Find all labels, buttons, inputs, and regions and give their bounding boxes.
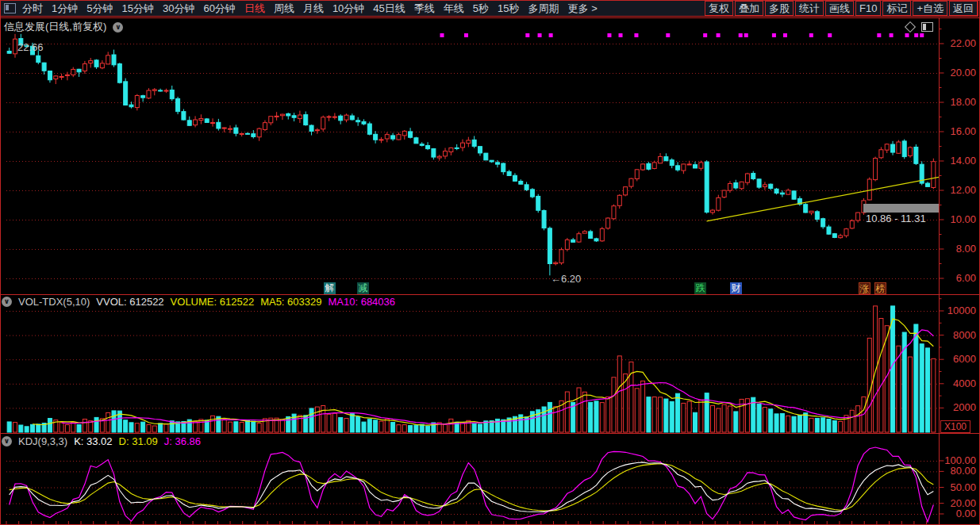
event-badge[interactable]: 涨 <box>859 282 870 294</box>
toolbar-button[interactable]: 返回 <box>949 1 978 16</box>
event-badge[interactable]: 解 <box>324 282 336 294</box>
price-axis-label: 16.00 <box>950 125 976 137</box>
period-menu-item[interactable]: 月线 <box>303 1 324 16</box>
price-axis-label: 20.00 <box>950 67 976 79</box>
period-menu-item[interactable]: 15秒 <box>498 1 519 16</box>
indicator-value: VOL-TDX(5,10) <box>18 296 90 308</box>
volume-axis-label: 6000 <box>953 353 976 365</box>
toolbar-button[interactable]: 复权 <box>705 1 733 16</box>
indicator-value: KDJ(9,3,3) <box>18 435 67 447</box>
chevron-down-icon[interactable]: ∨ <box>2 297 12 307</box>
period-menu-item[interactable]: 1分钟 <box>52 1 78 16</box>
event-badge[interactable]: 财 <box>730 282 742 294</box>
diamond-icon[interactable] <box>905 21 916 33</box>
chart-title: 信息发展(日线,前复权) <box>4 20 106 34</box>
period-menu-item[interactable]: 5秒 <box>473 1 489 16</box>
indicator-value: VOLUME: 612522 <box>171 296 255 308</box>
indicator-value: MA10: 684036 <box>328 296 395 308</box>
toolbar-button[interactable]: 叠加 <box>735 1 763 16</box>
arrow-left-icon: ← <box>551 273 561 285</box>
toolbar-button[interactable]: 画线 <box>825 1 854 16</box>
indicator-value: D: 31.09 <box>119 435 158 447</box>
toolbar-button[interactable]: 统计 <box>795 1 824 16</box>
split-panel-icon[interactable] <box>921 22 933 32</box>
period-menu-item[interactable]: 30分钟 <box>163 1 194 16</box>
indicator-value: K: 33.02 <box>74 435 112 447</box>
chart-title-row: 信息发展(日线,前复权) ∨ <box>4 20 123 34</box>
action-toolbar: 复权叠加多股统计画线F10标记+自选返回 <box>705 1 978 16</box>
high-price-annotation: 22.66 <box>17 41 44 53</box>
price-axis-label: 10.00 <box>950 213 976 225</box>
period-toolbar: 分时1分钟5分钟15分钟30分钟60分钟日线周线月线10分钟45日线季线年线5秒… <box>0 0 978 17</box>
price-axis-label: 18.00 <box>950 96 976 108</box>
event-badge[interactable]: 榜 <box>874 282 886 294</box>
period-menu-item[interactable]: 季线 <box>414 1 435 16</box>
kdj-indicator-header: ∨ KDJ(9,3,3)K: 33.02D: 31.09J: 36.86 <box>2 435 201 447</box>
kdj-axis-label: 50.00 <box>950 481 976 493</box>
pane-corner-icons <box>906 22 933 32</box>
period-menu-item[interactable]: 15分钟 <box>121 1 153 16</box>
event-badge[interactable]: 减 <box>357 282 369 294</box>
chevron-down-icon[interactable]: ∨ <box>113 22 123 33</box>
price-axis-label: 8.00 <box>956 243 976 255</box>
indicator-value: VVOL: 612522 <box>96 296 163 308</box>
event-badge[interactable]: 跌 <box>694 282 706 294</box>
kdj-axis-label: 0.00 <box>956 508 976 519</box>
app-window: 分时1分钟5分钟15分钟30分钟60分钟日线周线月线10分钟45日线季线年线5秒… <box>0 0 980 525</box>
volume-indicator-header: ∨ VOL-TDX(5,10)VVOL: 612522VOLUME: 61252… <box>2 296 395 308</box>
toolbar-button[interactable]: 标记 <box>882 1 911 16</box>
period-menu-item[interactable]: 周线 <box>274 1 294 16</box>
volume-axis-label: 10000 <box>947 305 976 316</box>
period-menu-item[interactable]: 10分钟 <box>332 1 364 16</box>
toolbar-button[interactable]: 多股 <box>765 1 794 16</box>
price-range-annotation: 10.86 - 11.31 <box>866 213 926 224</box>
low-price-annotation: ←6.20 <box>551 273 581 285</box>
price-axis-label: 12.00 <box>950 184 976 196</box>
volume-axis-label: 2000 <box>953 401 976 413</box>
period-menu-item[interactable]: 60分钟 <box>203 1 235 16</box>
period-menu: 分时1分钟5分钟15分钟30分钟60分钟日线周线月线10分钟45日线季线年线5秒… <box>22 1 598 16</box>
window-icon[interactable] <box>4 3 16 13</box>
period-menu-item[interactable]: 更多 > <box>568 1 598 16</box>
period-menu-item[interactable]: 分时 <box>22 1 43 16</box>
period-menu-item[interactable]: 多周期 <box>528 1 559 16</box>
indicator-value: J: 36.86 <box>164 435 201 447</box>
period-menu-item[interactable]: 45日线 <box>373 1 405 16</box>
price-axis-label: 6.00 <box>956 272 976 284</box>
volume-unit-label: X100 <box>940 420 970 433</box>
kdj-axis-label: 80.00 <box>950 465 976 477</box>
volume-axis-label: 8000 <box>953 329 976 341</box>
toolbar-button[interactable]: F10 <box>855 1 881 16</box>
period-menu-item[interactable]: 日线 <box>244 1 265 16</box>
period-menu-item[interactable]: 年线 <box>444 1 464 16</box>
toolbar-button[interactable]: +自选 <box>913 1 947 16</box>
price-axis-label: 22.00 <box>950 37 976 49</box>
price-axis-label: 14.00 <box>950 155 976 167</box>
chevron-down-icon[interactable]: ∨ <box>2 436 12 446</box>
period-menu-item[interactable]: 5分钟 <box>86 1 113 16</box>
volume-axis-label: 4000 <box>953 377 976 389</box>
indicator-value: MA5: 603329 <box>260 296 321 308</box>
